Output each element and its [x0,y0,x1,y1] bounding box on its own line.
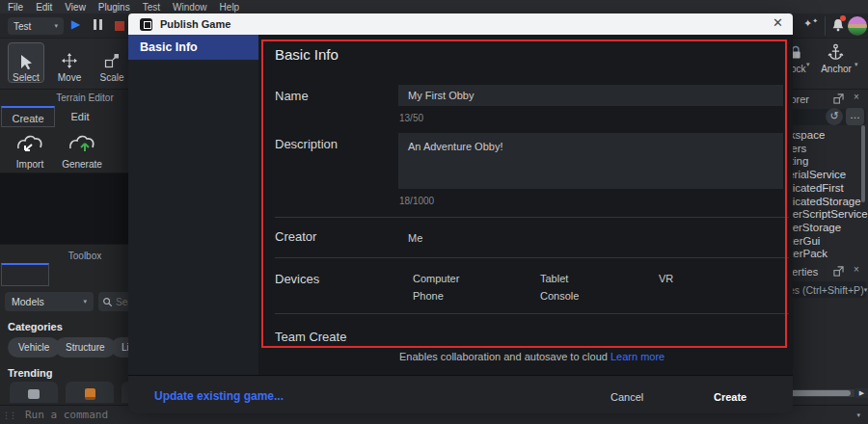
terrain-tab-create[interactable]: Create [1,106,55,127]
toolbox-asset-type-dropdown[interactable]: Models ▾ [5,292,94,311]
create-button[interactable]: Create [714,391,746,403]
categories-heading: Categories [8,321,63,332]
menu-help[interactable]: Help [220,2,240,13]
scale-icon [104,53,120,68]
history-icon[interactable]: ↺ [826,108,843,125]
viewport[interactable] [0,172,128,244]
more-options-icon[interactable]: … [846,108,864,125]
asset-type-label: Models [12,296,44,307]
undock-icon[interactable] [833,93,844,104]
creator-label: Creator [275,229,316,244]
search-icon [102,297,113,307]
creator-value[interactable]: Me [408,232,422,244]
anchor-icon [827,43,844,61]
section-divider [275,217,789,218]
sidebar-item-basic-info[interactable]: Basic Info [128,35,258,60]
stop-icon[interactable] [115,21,124,31]
menu-file[interactable]: File [8,2,23,13]
device-option-console[interactable]: Console [540,290,579,302]
trending-heading: Trending [8,367,52,379]
devices-label: Devices [275,272,319,286]
select-cursor-icon [18,54,34,69]
playtest-mode-dropdown[interactable]: Test ▾ [8,17,64,35]
menu-edit[interactable]: Edit [36,2,52,13]
play-icon[interactable]: ▶ [71,17,80,31]
chevron-down-icon: ▾ [83,298,87,305]
cancel-button[interactable]: Cancel [610,391,643,403]
terrain-generate-icon [66,132,98,155]
terrain-editor-title: Terrain Editor [0,93,128,103]
undock-icon[interactable] [833,266,844,277]
basic-info-heading: Basic Info [275,46,339,63]
section-divider [275,257,789,258]
scale-tool-label: Scale [91,72,133,83]
dialog-content: Basic Info Name 13/50 Description An Adv… [258,35,793,375]
anchor-tool-label: Anchor [816,64,856,74]
toolbox-search-field[interactable] [98,292,128,311]
trending-card[interactable] [66,382,114,403]
dialog-title: Publish Game [160,18,231,30]
terrain-generate-label: Generate [61,159,103,170]
device-option-computer[interactable]: Computer [413,273,459,284]
dialog-footer: Update existing game... Cancel Create [128,375,793,413]
team-create-label: Team Create [275,330,346,344]
trending-card[interactable] [122,382,128,403]
move-tool-label: Move [48,72,91,83]
dialog-sidebar [128,35,258,375]
name-input[interactable] [398,85,783,106]
anchor-dropdown-caret[interactable]: ▾ [854,61,858,68]
publish-game-dialog: Publish Game ✕ Basic Info Basic Info Nam… [128,13,793,400]
playtest-mode-label: Test [14,21,31,32]
roblox-logo-icon [140,18,152,31]
close-icon[interactable]: × [854,264,859,275]
section-divider [275,313,789,314]
toolbox-title: Toolbox [0,251,128,261]
learn-more-link[interactable]: Learn more [610,351,665,362]
name-label: Name [275,89,309,103]
update-existing-game-link[interactable]: Update existing game... [154,389,284,403]
roblox-studio-window: File Edit View Plugins Test Window Help … [0,0,868,424]
menu-view[interactable]: View [65,2,86,13]
menu-test[interactable]: Test [143,2,160,13]
device-option-phone[interactable]: Phone [413,290,444,302]
dialog-close-icon[interactable]: ✕ [773,15,783,30]
device-option-vr[interactable]: VR [659,273,673,284]
toolbox-search-input[interactable] [116,297,128,307]
category-pill-light[interactable]: Light [111,337,128,358]
description-label: Description [275,137,338,151]
asset-thumbnail [85,388,95,400]
toolbox-panel: Toolbox Models ▾ Categories Vehicle Stru… [0,244,128,405]
left-dock: Terrain Editor Create Edit Import Genera… [0,89,128,405]
terrain-import-button[interactable] [14,132,46,155]
terrain-import-icon [14,132,46,155]
lock-dropdown-caret[interactable]: ▾ [806,61,810,68]
description-input[interactable]: An Adventure Obby! [398,133,783,189]
scroll-right-arrow[interactable]: ▶ [855,388,868,398]
chevron-down-icon[interactable]: ▾ [856,411,860,419]
device-option-tablet[interactable]: Tablet [540,273,568,284]
terrain-tab-edit[interactable]: Edit [55,106,105,127]
anchor-tool-button[interactable] [827,43,844,61]
dialog-titlebar[interactable]: Publish Game ✕ [128,13,793,35]
terrain-import-label: Import [9,159,51,170]
chevron-down-icon: ▾ [54,22,58,30]
terrain-generate-button[interactable] [66,132,98,155]
category-pill-structure[interactable]: Structure [55,337,116,358]
drag-handle-icon[interactable]: ⋮⋮ [2,411,15,420]
menu-plugins[interactable]: Plugins [98,2,130,13]
move-icon [62,53,77,68]
team-create-description: Enables collaboration and autosave to cl… [399,351,665,362]
menu-window[interactable]: Window [173,2,207,13]
explorer-scrollbar[interactable] [861,125,865,202]
chevron-down-icon: ▾ [864,286,868,294]
team-create-description-text: Enables collaboration and autosave to cl… [399,351,608,362]
description-char-counter: 18/1000 [399,196,434,206]
toolbox-tab[interactable] [1,263,49,286]
pause-icon[interactable] [94,19,105,31]
select-tool-label: Select [5,72,47,83]
menu-bar: File Edit View Plugins Test Window Help [0,0,868,13]
close-icon[interactable]: × [854,92,859,102]
category-pill-vehicle[interactable]: Vehicle [8,337,60,358]
trending-card[interactable] [10,382,58,403]
asset-thumbnail [28,389,40,399]
